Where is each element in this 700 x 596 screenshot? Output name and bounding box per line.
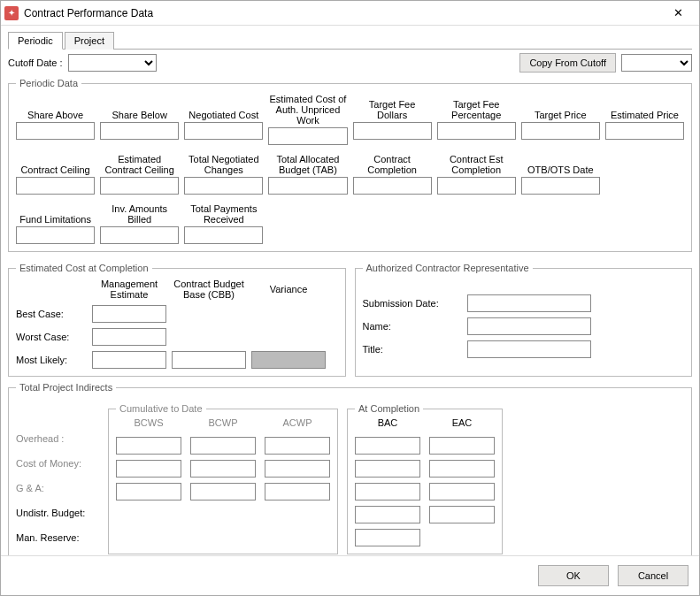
tpi-undistr-eac-input[interactable] [429, 506, 495, 523]
tpi-completion-group: At Completion BAC EAC [347, 403, 503, 554]
ecc-worst-label: Worst Case: [16, 332, 87, 342]
tpi-ga-eac-input[interactable] [429, 483, 495, 500]
tab-label: Total Allocated Budget (TAB) [268, 149, 347, 175]
tpi-overhead-eac-input[interactable] [429, 437, 495, 455]
tpi-cum-legend: Cumulative to Date [116, 403, 206, 414]
tpi-ga-bcwp-input[interactable] [190, 483, 256, 500]
target-price-input[interactable] [521, 122, 600, 140]
estimated-price-input[interactable] [605, 122, 684, 140]
negotiated-cost-input[interactable] [184, 122, 263, 140]
tpi-overhead-label: Overhead : [16, 430, 99, 447]
target-fee-pct-label: Target Fee Percentage [437, 94, 516, 120]
share-below-input[interactable] [100, 122, 179, 140]
est-cost-auth-input[interactable] [268, 127, 347, 145]
tpi-ga-acwp-input[interactable] [265, 483, 330, 500]
tpi-com-bcws-input[interactable] [116, 460, 181, 478]
acr-legend: Authorized Contractor Representative [363, 263, 533, 273]
copy-cutoff-combo[interactable] [621, 54, 692, 72]
acr-title-label: Title: [363, 344, 460, 355]
tpi-overhead-bac-input[interactable] [355, 437, 420, 455]
acr-title-input[interactable] [467, 340, 591, 358]
ok-button[interactable]: OK [538, 565, 609, 586]
tpi-com-label: Cost of Money: [16, 455, 99, 472]
target-fee-pct-input[interactable] [437, 122, 516, 140]
tpi-com-bcwp-input[interactable] [190, 460, 256, 478]
contract-completion-label: Contract Completion [353, 149, 432, 175]
target-fee-dollars-input[interactable] [353, 122, 432, 140]
cutoff-date-label: Cutoff Date : [8, 57, 63, 68]
periodic-data-legend: Periodic Data [16, 78, 81, 88]
fund-limitations-input[interactable] [16, 226, 95, 244]
ecc-cbb-hdr: Contract Budget Base (CBB) [172, 279, 246, 300]
tpi-bcws-hdr: BCWS [116, 417, 181, 432]
ecc-likely-mgmt-input[interactable] [92, 351, 166, 369]
close-icon[interactable]: ✕ [660, 2, 696, 25]
ecc-likely-cbb-input[interactable] [172, 351, 246, 369]
ecc-best-mgmt-input[interactable] [92, 305, 166, 323]
total-payments-received-input[interactable] [184, 226, 263, 244]
otb-ots-input[interactable] [521, 177, 600, 195]
contract-ceiling-input[interactable] [16, 177, 95, 195]
ecc-legend: Estimated Cost at Completion [16, 263, 152, 273]
ecc-best-label: Best Case: [16, 309, 87, 319]
tpi-com-acwp-input[interactable] [265, 460, 330, 478]
share-above-input[interactable] [16, 122, 95, 140]
negotiated-cost-label: Negotiated Cost [188, 94, 258, 120]
tpi-com-bac-input[interactable] [355, 460, 420, 478]
total-neg-changes-label: Total Negotiated Changes [184, 149, 263, 175]
acr-name-label: Name: [363, 321, 460, 332]
tpi-acwp-hdr: ACWP [265, 417, 330, 432]
ecc-likely-label: Most Likely: [16, 355, 87, 365]
share-above-label: Share Above [27, 94, 83, 120]
tpi-eac-hdr: EAC [429, 417, 495, 432]
tpi-undistr-label: Undistr. Budget: [16, 504, 99, 522]
total-payments-received-label: Total Payments Received [184, 198, 263, 225]
tpi-overhead-bcws-input[interactable] [116, 437, 181, 455]
ecc-mgmt-est-hdr: Management Estimate [92, 279, 166, 300]
tpi-com-eac-input[interactable] [429, 460, 495, 478]
acr-subdate-input[interactable] [467, 294, 591, 312]
contract-est-completion-input[interactable] [437, 177, 516, 195]
acr-group: Authorized Contractor Representative Sub… [355, 263, 693, 377]
cancel-button[interactable]: Cancel [618, 565, 688, 586]
ecc-group: Estimated Cost at Completion Management … [8, 263, 346, 377]
tpi-ga-bcws-input[interactable] [116, 483, 181, 500]
contract-completion-input[interactable] [353, 177, 432, 195]
inv-amounts-billed-input[interactable] [100, 226, 179, 244]
est-cost-auth-label: Estimated Cost of Auth. Unpriced Work [268, 94, 347, 126]
tpi-group: Total Project Indirects Overhead : Cost … [8, 382, 692, 562]
acr-subdate-label: Submission Date: [363, 298, 460, 309]
tpi-overhead-acwp-input[interactable] [265, 437, 330, 455]
otb-ots-label: OTB/OTS Date [527, 149, 594, 175]
total-neg-changes-input[interactable] [184, 177, 263, 195]
inv-amounts-billed-label: Inv. Amounts Billed [100, 198, 179, 225]
ecc-likely-variance-input[interactable] [251, 351, 326, 369]
share-below-label: Share Below [112, 94, 167, 120]
tpi-bac-hdr: BAC [355, 417, 420, 432]
est-contract-ceiling-input[interactable] [100, 177, 179, 195]
tab-bar: Periodic Project [8, 31, 692, 50]
tab-project[interactable]: Project [65, 32, 114, 50]
target-price-label: Target Price [535, 94, 587, 120]
tpi-overhead-bcwp-input[interactable] [190, 437, 256, 455]
ecc-variance-hdr: Variance [251, 284, 326, 294]
periodic-data-group: Periodic Data Share Above Share Below Ne… [8, 78, 692, 252]
tab-input[interactable] [268, 177, 347, 195]
tpi-ga-bac-input[interactable] [355, 483, 420, 500]
tpi-bcwp-hdr: BCWP [190, 417, 256, 432]
tab-periodic[interactable]: Periodic [8, 32, 63, 50]
est-contract-ceiling-label: Estimated Contract Ceiling [100, 149, 179, 175]
ecc-worst-mgmt-input[interactable] [92, 328, 166, 346]
contract-est-completion-label: Contract Est Completion [437, 149, 516, 175]
tpi-legend: Total Project Indirects [16, 382, 116, 393]
tpi-cumulative-group: Cumulative to Date BCWS BCWP ACWP [108, 403, 338, 554]
contract-ceiling-label: Contract Ceiling [20, 149, 89, 175]
copy-from-cutoff-button[interactable]: Copy From Cutoff [519, 53, 616, 73]
tpi-comp-legend: At Completion [355, 403, 423, 414]
acr-name-input[interactable] [467, 317, 591, 335]
target-fee-dollars-label: Target Fee Dollars [353, 94, 432, 120]
tpi-reserve-label: Man. Reserve: [16, 529, 99, 546]
cutoff-date-combo[interactable] [68, 54, 157, 72]
tpi-undistr-bac-input[interactable] [355, 506, 420, 523]
tpi-reserve-bac-input[interactable] [355, 529, 420, 546]
